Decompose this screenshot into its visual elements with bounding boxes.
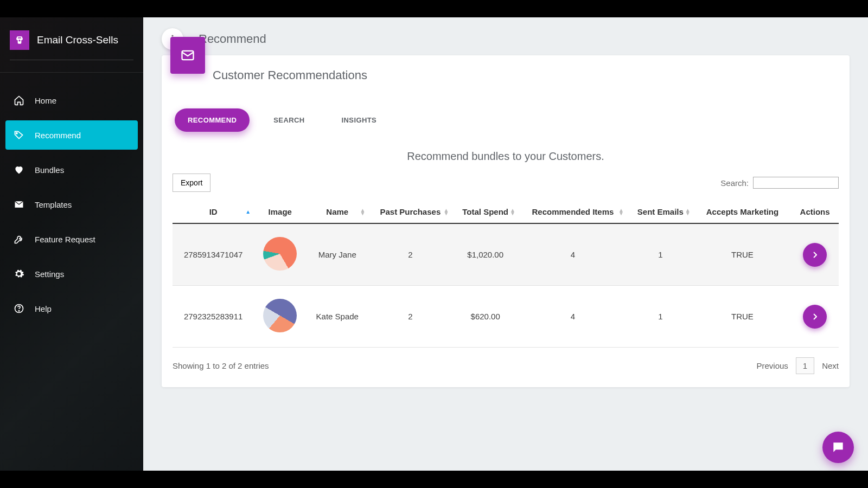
col-label: Image	[269, 207, 292, 216]
pager-page-number[interactable]: 1	[796, 357, 814, 374]
card-title: Customer Recommendations	[162, 55, 850, 93]
svg-point-0	[16, 133, 17, 134]
col-label: ID	[209, 207, 218, 216]
sidebar: Email Cross-Sells Home Recommend	[0, 17, 143, 471]
sidebar-nav: Home Recommend Bundles Templates	[0, 86, 143, 323]
table-info: Showing 1 to 2 of 2 entries	[173, 361, 269, 370]
col-id[interactable]: ID▲	[173, 201, 254, 223]
col-recommended-items[interactable]: Recommended Items▲▼	[519, 201, 627, 223]
search-input[interactable]	[753, 177, 839, 189]
cell-image	[254, 286, 306, 348]
tag-icon	[13, 129, 25, 141]
cell-recommended-items: 4	[519, 223, 627, 286]
tab-insights[interactable]: INSIGHTS	[329, 108, 390, 132]
svg-point-2	[18, 311, 19, 311]
sidebar-item-label: Bundles	[35, 165, 64, 175]
tabs: RECOMMEND SEARCH INSIGHTS	[162, 93, 850, 132]
col-label: Sent Emails	[637, 207, 684, 216]
divider	[10, 60, 133, 60]
cell-actions	[791, 286, 839, 348]
sort-icon: ▲▼	[510, 209, 515, 215]
col-total-spend[interactable]: Total Spend▲▼	[452, 201, 519, 223]
row-action-button[interactable]	[803, 243, 827, 267]
sidebar-item-feature-request[interactable]: Feature Request	[5, 224, 138, 254]
gear-icon	[13, 268, 25, 280]
col-label: Total Spend	[462, 207, 508, 216]
sidebar-item-home[interactable]: Home	[5, 86, 138, 115]
sidebar-item-label: Templates	[35, 200, 72, 209]
customers-table: ID▲ Image Name▲▼ Past Purchases▲▼ Total …	[173, 201, 839, 348]
table-row: 2792325283911 Kate Spade 2 $620.00 4 1 T…	[173, 286, 839, 348]
sort-icon: ▲▼	[685, 209, 691, 215]
page-title: Recommend	[199, 32, 266, 46]
sidebar-item-label: Feature Request	[35, 235, 95, 244]
cell-name: Mary Jane	[306, 223, 368, 286]
card-badge-mail-icon	[170, 37, 205, 74]
col-image[interactable]: Image	[254, 201, 306, 223]
sort-icon: ▲▼	[618, 209, 624, 215]
chevron-right-icon	[813, 252, 817, 258]
sidebar-item-label: Help	[35, 304, 52, 313]
col-label: Past Purchases	[380, 207, 441, 216]
pager-next[interactable]: Next	[822, 361, 839, 370]
sort-icon: ▲▼	[444, 209, 449, 215]
cell-image	[254, 223, 306, 286]
sidebar-item-settings[interactable]: Settings	[5, 259, 138, 288]
cell-total-spend: $1,020.00	[452, 223, 519, 286]
sidebar-item-help[interactable]: Help	[5, 294, 138, 323]
col-past-purchases[interactable]: Past Purchases▲▼	[368, 201, 452, 223]
card-customer-recommendations: Customer Recommendations RECOMMEND SEARC…	[162, 55, 850, 387]
col-label: Recommended Items	[532, 207, 614, 216]
page-header: Recommend	[143, 17, 868, 55]
chat-bubble-icon	[831, 440, 845, 454]
cell-id: 2785913471047	[173, 223, 254, 286]
sort-icon: ▲▼	[360, 209, 365, 215]
sidebar-item-templates[interactable]: Templates	[5, 190, 138, 219]
tab-search[interactable]: SEARCH	[260, 108, 317, 132]
sidebar-item-bundles[interactable]: Bundles	[5, 155, 138, 184]
cell-accepts-marketing: TRUE	[694, 286, 791, 348]
cell-recommended-items: 4	[519, 286, 627, 348]
col-label: Accepts Marketing	[706, 207, 778, 216]
sidebar-item-recommend[interactable]: Recommend	[5, 120, 138, 150]
card-subtitle: Recommend bundles to your Customers.	[162, 132, 850, 168]
search-group: Search:	[720, 177, 839, 189]
brand: Email Cross-Sells	[0, 27, 143, 60]
cell-id: 2792325283911	[173, 286, 254, 348]
col-label: Actions	[800, 207, 830, 216]
table-controls: Export Search:	[162, 168, 850, 201]
col-accepts-marketing[interactable]: Accepts Marketing	[694, 201, 791, 223]
main-content: Recommend Customer Recommendations RECOM…	[143, 17, 868, 471]
row-action-button[interactable]	[803, 305, 827, 329]
wrench-icon	[13, 233, 25, 245]
col-label: Name	[326, 207, 348, 216]
divider	[0, 72, 143, 73]
export-button[interactable]: Export	[173, 174, 210, 192]
brand-title: Email Cross-Sells	[37, 34, 118, 46]
home-icon	[13, 94, 25, 106]
mail-icon	[13, 198, 25, 210]
avatar	[263, 237, 297, 271]
sidebar-item-label: Home	[35, 96, 56, 105]
cell-past-purchases: 2	[368, 286, 452, 348]
table-row: 2785913471047 Mary Jane 2 $1,020.00 4 1 …	[173, 223, 839, 286]
sort-icon: ▲	[245, 210, 251, 214]
col-name[interactable]: Name▲▼	[306, 201, 368, 223]
avatar	[263, 299, 297, 332]
pager: Previous 1 Next	[756, 357, 839, 374]
search-label: Search:	[720, 178, 749, 188]
sidebar-item-label: Settings	[35, 269, 64, 279]
table-footer: Showing 1 to 2 of 2 entries Previous 1 N…	[162, 348, 850, 374]
cell-actions	[791, 223, 839, 286]
chat-fab[interactable]	[822, 432, 854, 463]
cell-name: Kate Spade	[306, 286, 368, 348]
tab-recommend[interactable]: RECOMMEND	[175, 108, 250, 132]
help-icon	[13, 303, 25, 314]
col-sent-emails[interactable]: Sent Emails▲▼	[627, 201, 694, 223]
pager-previous[interactable]: Previous	[756, 361, 788, 370]
chevron-right-icon	[813, 313, 817, 320]
sidebar-item-label: Recommend	[35, 131, 81, 140]
cell-accepts-marketing: TRUE	[694, 223, 791, 286]
cell-past-purchases: 2	[368, 223, 452, 286]
cell-sent-emails: 1	[627, 286, 694, 348]
